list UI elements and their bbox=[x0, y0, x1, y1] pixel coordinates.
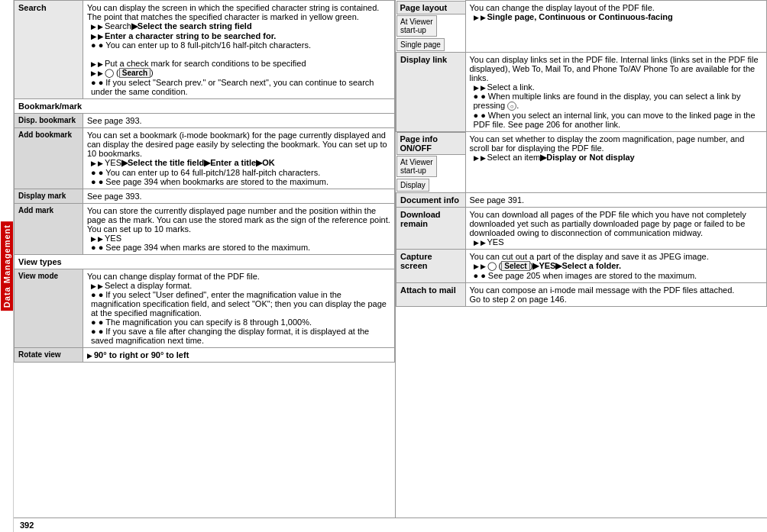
page-info-arrow-1: Select an item▶Display or Not display bbox=[470, 153, 763, 163]
download-remain-text-1: You can download all pages of the PDF fi… bbox=[470, 210, 763, 237]
capture-screen-row: Capture screen You can cut out a part of… bbox=[396, 249, 767, 282]
main-content: Search You can display the screen in whi… bbox=[14, 0, 767, 532]
display-mark-content: See page 393. bbox=[83, 189, 395, 204]
add-bookmark-text-1: You can set a bookmark (i-mode bookmark)… bbox=[87, 131, 390, 158]
add-mark-row: Add mark You can store the currently dis… bbox=[15, 204, 395, 255]
page-layout-arrow-1: Single page, Continuous or Continuous-fa… bbox=[470, 12, 763, 21]
add-mark-text-1: You can store the currently displayed pa… bbox=[87, 206, 390, 234]
rotate-view-row: Rotate view 90° to right or 90° to left bbox=[15, 348, 395, 363]
view-types-header: View types bbox=[15, 255, 395, 269]
add-bookmark-row: Add bookmark You can set a bookmark (i-m… bbox=[15, 128, 395, 189]
add-bookmark-arrow-1: YES▶Select the title field▶Enter a title… bbox=[87, 158, 390, 168]
display-link-row: Display link You can display links set i… bbox=[396, 52, 767, 131]
document-info-label: Document info bbox=[396, 192, 466, 207]
attach-mail-label: Attach to mail bbox=[396, 282, 466, 306]
rotate-view-label: Rotate view bbox=[15, 348, 83, 363]
page-layout-nested: Page layout At Viewerstart-up Single pag… bbox=[396, 1, 465, 52]
search-arrow-1: Search▶Select the search string field bbox=[87, 21, 390, 31]
capture-screen-label: Capture screen bbox=[396, 249, 466, 282]
sidebar-label: Data Management bbox=[1, 221, 13, 311]
add-bookmark-label: Add bookmark bbox=[15, 128, 83, 189]
add-mark-bullet-1: See page 394 when marks are stored to th… bbox=[87, 243, 390, 252]
add-mark-arrow-1: YES bbox=[87, 234, 390, 243]
attach-mail-row: Attach to mail You can compose an i-mode… bbox=[396, 282, 767, 306]
page-layout-single-page: Single page bbox=[396, 38, 445, 51]
display-link-text-1: You can display links set in the PDF fil… bbox=[470, 55, 763, 82]
view-mode-bullet-1: If you select "User defined", enter the … bbox=[87, 290, 390, 318]
download-remain-row: Download remain You can download all pag… bbox=[396, 207, 767, 249]
page-layout-header: Page layout bbox=[396, 1, 465, 14]
search-arrow-4: ◯ (Search) bbox=[87, 68, 390, 78]
search-arrow-2: Enter a character string to be searched … bbox=[87, 31, 390, 40]
search-row: Search You can display the screen in whi… bbox=[15, 1, 395, 99]
page-layout-viewer: At Viewerstart-up bbox=[396, 14, 465, 37]
add-mark-content: You can store the currently displayed pa… bbox=[83, 204, 395, 255]
page-layout-nested-col: Page layout At Viewerstart-up Single pag… bbox=[396, 1, 466, 53]
page-info-viewer: At Viewerstart-up bbox=[396, 154, 465, 178]
bookmark-header: Bookmark/mark bbox=[15, 99, 395, 114]
right-col: Page layout At Viewerstart-up Single pag… bbox=[396, 0, 767, 517]
view-types-header-row: View types bbox=[15, 255, 395, 269]
search-btn[interactable]: Search bbox=[119, 68, 150, 78]
display-link-content: You can display links set in the PDF fil… bbox=[465, 52, 767, 131]
page-layout-label: Page layout bbox=[396, 1, 465, 14]
view-mode-content: You can change display format of the PDF… bbox=[83, 269, 395, 348]
document-info-content: See page 391. bbox=[465, 192, 767, 207]
add-mark-label: Add mark bbox=[15, 204, 83, 255]
disp-bookmark-row: Disp. bookmark See page 393. bbox=[15, 114, 395, 128]
capture-screen-text-1: You can cut out a part of the display an… bbox=[470, 252, 763, 261]
page-wrapper: Data Management Search You can display t… bbox=[0, 0, 767, 532]
page-info-header: Page info ON/OFF bbox=[396, 132, 465, 154]
add-bookmark-bullet-2: See page 394 when bookmarks are stored t… bbox=[87, 177, 390, 186]
view-mode-text-1: You can change display format of the PDF… bbox=[87, 272, 390, 281]
left-table: Search You can display the screen in whi… bbox=[14, 0, 395, 363]
display-link-arrow-1: Select a link. bbox=[470, 82, 763, 92]
download-remain-content: You can download all pages of the PDF fi… bbox=[465, 207, 767, 249]
search-bullet-1: You can enter up to 8 full-pitch/16 half… bbox=[87, 40, 390, 50]
search-bullet-2: If you select "Search prev." or "Search … bbox=[87, 78, 390, 96]
page-info-content: You can set whether to display the zoom … bbox=[465, 131, 767, 192]
download-remain-arrow-1: YES bbox=[470, 237, 763, 247]
attach-mail-content: You can compose an i-mode mail message w… bbox=[465, 282, 767, 306]
view-mode-label: View mode bbox=[15, 269, 83, 348]
attach-mail-text-1: You can compose an i-mode mail message w… bbox=[470, 285, 763, 295]
display-link-bullet-1: When multiple links are found in the dis… bbox=[470, 92, 763, 111]
bookmark-header-row: Bookmark/mark bbox=[15, 99, 395, 114]
select-btn[interactable]: Select bbox=[501, 261, 529, 271]
two-col: Search You can display the screen in whi… bbox=[14, 0, 767, 517]
circle-icon-1: ○ bbox=[507, 102, 516, 111]
attach-mail-text-2: Go to step 2 on page 146. bbox=[470, 295, 763, 304]
display-link-bullet-2: When you select an internal link, you ca… bbox=[470, 111, 763, 129]
page-info-row: Page info ON/OFF At Viewerstart-up Displ… bbox=[396, 131, 767, 192]
view-mode-bullet-3: If you save a file after changing the di… bbox=[87, 327, 390, 345]
display-link-label: Display link bbox=[396, 52, 466, 131]
download-remain-label: Download remain bbox=[396, 207, 466, 249]
page-number: 392 bbox=[14, 517, 767, 532]
capture-screen-content: You can cut out a part of the display an… bbox=[465, 249, 767, 282]
left-col: Search You can display the screen in whi… bbox=[14, 0, 396, 517]
page-layout-content: You can change the display layout of the… bbox=[465, 1, 767, 53]
view-mode-row: View mode You can change display format … bbox=[15, 269, 395, 348]
page-layout-text-1: You can change the display layout of the… bbox=[470, 3, 763, 12]
page-layout-single: Single page bbox=[396, 37, 465, 52]
left-sidebar: Data Management bbox=[0, 0, 14, 532]
page-info-viewer-startup: At Viewerstart-up bbox=[396, 156, 437, 177]
search-arrow-3: Put a check mark for search conditions t… bbox=[87, 59, 390, 68]
search-content: You can display the screen in which the … bbox=[83, 1, 395, 99]
capture-screen-bullet-1: See page 205 when images are stored to t… bbox=[470, 271, 763, 280]
search-text-1: You can display the screen in which the … bbox=[87, 3, 390, 21]
page-info-nested: Page info ON/OFF At Viewerstart-up Displ… bbox=[396, 132, 465, 192]
page-layout-row: Page layout At Viewerstart-up Single pag… bbox=[396, 1, 767, 53]
page-info-display-box: Display bbox=[396, 179, 429, 192]
display-mark-label: Display mark bbox=[15, 189, 83, 204]
page-info-label: Page info ON/OFF bbox=[396, 132, 465, 154]
page-layout-viewer-startup: At Viewerstart-up bbox=[396, 15, 437, 37]
disp-bookmark-label: Disp. bookmark bbox=[15, 114, 83, 128]
document-info-row: Document info See page 391. bbox=[396, 192, 767, 207]
right-table: Page layout At Viewerstart-up Single pag… bbox=[396, 0, 767, 307]
page-info-nested-col: Page info ON/OFF At Viewerstart-up Displ… bbox=[396, 131, 466, 192]
display-mark-row: Display mark See page 393. bbox=[15, 189, 395, 204]
add-bookmark-content: You can set a bookmark (i-mode bookmark)… bbox=[83, 128, 395, 189]
rotate-view-content: 90° to right or 90° to left bbox=[83, 348, 395, 363]
search-label: Search bbox=[15, 1, 83, 99]
